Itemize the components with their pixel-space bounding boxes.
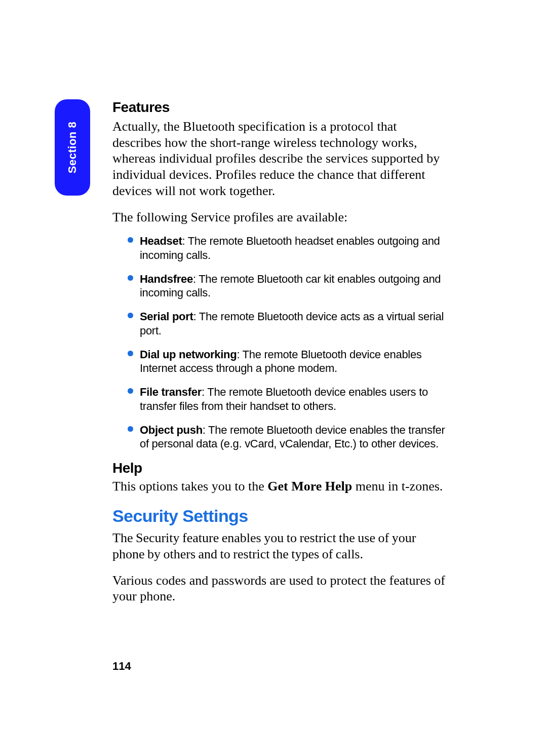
help-bold: Get More Help (267, 479, 352, 494)
heading-security-settings: Security Settings (112, 506, 447, 526)
profile-term: Headset (140, 235, 182, 247)
features-paragraph-1: Actually, the Bluetooth specification is… (112, 119, 447, 199)
heading-help: Help (112, 460, 447, 476)
profile-term: Dial up networking (140, 348, 237, 361)
profile-desc: : The remote Bluetooth headset enables o… (140, 235, 440, 261)
list-item: Handsfree: The remote Bluetooth car kit … (130, 272, 447, 300)
list-item: File transfer: The remote Bluetooth devi… (130, 385, 447, 413)
profile-term: Serial port (140, 310, 193, 323)
page-content: Features Actually, the Bluetooth specifi… (112, 99, 447, 604)
section-tab: Section 8 (55, 99, 90, 196)
security-paragraph-2: Various codes and passwords are used to … (112, 573, 447, 604)
profiles-list: Headset: The remote Bluetooth headset en… (112, 234, 447, 450)
list-item: Object push: The remote Bluetooth device… (130, 423, 447, 451)
heading-features: Features (112, 99, 447, 116)
profile-term: Handsfree (140, 273, 193, 285)
profile-term: Object push (140, 424, 203, 436)
list-item: Serial port: The remote Bluetooth device… (130, 310, 447, 337)
help-text-prefix: This options takes you to the (112, 479, 267, 494)
security-paragraph-1: The Security feature enables you to rest… (112, 530, 447, 562)
help-paragraph: This options takes you to the Get More H… (112, 478, 447, 495)
section-tab-label: Section 8 (66, 122, 79, 173)
list-item: Dial up networking: The remote Bluetooth… (130, 348, 447, 375)
list-item: Headset: The remote Bluetooth headset en… (130, 234, 447, 262)
help-text-suffix: menu in t-zones. (352, 479, 443, 494)
profile-term: File transfer (140, 386, 202, 398)
page-number: 114 (112, 660, 131, 673)
features-paragraph-2: The following Service profiles are avail… (112, 209, 447, 225)
